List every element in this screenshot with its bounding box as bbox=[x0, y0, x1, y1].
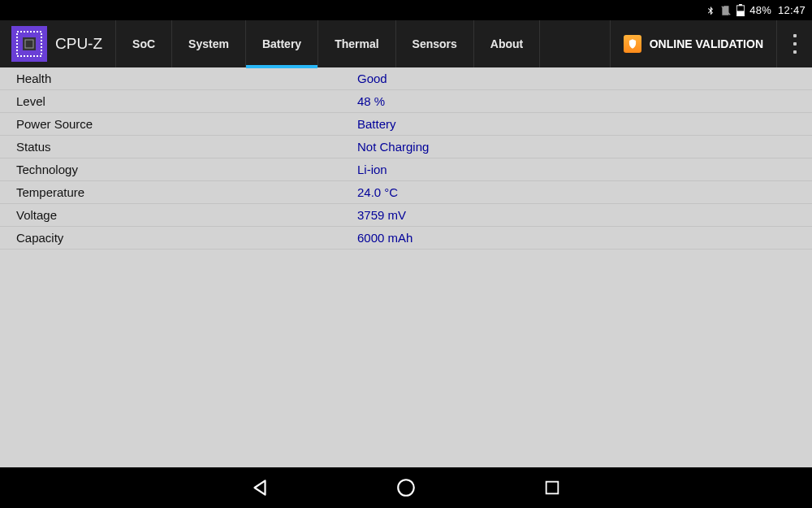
online-validation-button[interactable]: ONLINE VALIDATION bbox=[610, 20, 776, 67]
app-brand[interactable]: CPU-Z bbox=[0, 20, 116, 67]
status-clock: 12:47 bbox=[778, 4, 806, 16]
row-label: Level bbox=[16, 94, 357, 108]
row-label: Status bbox=[16, 140, 357, 154]
table-row: Capacity 6000 mAh bbox=[0, 227, 812, 250]
nav-home-button[interactable] bbox=[390, 471, 422, 504]
tab-label: SoC bbox=[132, 37, 155, 50]
row-value: 6000 mAh bbox=[357, 231, 412, 245]
table-row: Technology Li-ion bbox=[0, 158, 812, 181]
tab-thermal[interactable]: Thermal bbox=[318, 20, 395, 67]
row-value: 3759 mV bbox=[357, 208, 406, 222]
row-value: 24.0 °C bbox=[357, 185, 398, 199]
online-validation-label: ONLINE VALIDATION bbox=[650, 37, 763, 50]
back-triangle-icon bbox=[249, 477, 270, 498]
row-label: Technology bbox=[16, 163, 357, 176]
svg-rect-9 bbox=[546, 482, 559, 494]
tab-label: Thermal bbox=[335, 37, 378, 50]
tab-sensors[interactable]: Sensors bbox=[396, 20, 474, 67]
android-status-bar: 48% 12:47 bbox=[0, 0, 812, 20]
home-circle-icon bbox=[395, 477, 417, 498]
svg-point-8 bbox=[398, 480, 414, 496]
row-value: Li-ion bbox=[357, 163, 387, 176]
svg-rect-3 bbox=[737, 11, 745, 16]
row-label: Health bbox=[16, 72, 357, 85]
sd-card-icon bbox=[720, 5, 732, 16]
table-row: Level 48 % bbox=[0, 90, 812, 113]
bluetooth-icon bbox=[706, 4, 715, 17]
row-label: Power Source bbox=[16, 117, 357, 131]
app-icon bbox=[11, 26, 47, 62]
tab-label: Sensors bbox=[412, 37, 457, 50]
tab-label: About bbox=[490, 37, 523, 50]
more-vert-icon bbox=[793, 32, 797, 56]
table-row: Voltage 3759 mV bbox=[0, 204, 812, 227]
nav-back-button[interactable] bbox=[244, 471, 276, 504]
row-value: Battery bbox=[357, 117, 396, 131]
tab-system[interactable]: System bbox=[172, 20, 246, 67]
row-label: Temperature bbox=[16, 185, 357, 199]
row-value: Good bbox=[357, 72, 387, 85]
battery-info-list: Health Good Level 48 % Power Source Batt… bbox=[0, 67, 812, 467]
tab-label: System bbox=[188, 37, 229, 50]
tab-about[interactable]: About bbox=[474, 20, 540, 67]
battery-percent: 48% bbox=[749, 4, 771, 16]
tab-label: Battery bbox=[262, 37, 301, 50]
recent-square-icon bbox=[543, 479, 561, 497]
spacer bbox=[540, 20, 609, 67]
tab-battery[interactable]: Battery bbox=[246, 20, 318, 67]
validation-icon bbox=[624, 35, 641, 53]
row-label: Voltage bbox=[16, 208, 357, 222]
row-label: Capacity bbox=[16, 231, 357, 245]
table-row: Health Good bbox=[0, 67, 812, 90]
tab-bar: SoC System Battery Thermal Sensors About bbox=[116, 20, 540, 67]
table-row: Power Source Battery bbox=[0, 113, 812, 136]
overflow-menu[interactable] bbox=[776, 20, 812, 67]
row-value: 48 % bbox=[357, 94, 385, 108]
battery-icon bbox=[736, 4, 745, 16]
tab-soc[interactable]: SoC bbox=[116, 20, 172, 67]
svg-rect-6 bbox=[23, 37, 36, 50]
row-value: Not Charging bbox=[357, 140, 429, 154]
table-row: Status Not Charging bbox=[0, 136, 812, 158]
action-bar: CPU-Z SoC System Battery Thermal Sensors… bbox=[0, 20, 812, 67]
android-nav-bar bbox=[0, 467, 812, 508]
app-title: CPU-Z bbox=[55, 35, 102, 53]
table-row: Temperature 24.0 °C bbox=[0, 181, 812, 204]
nav-recent-button[interactable] bbox=[536, 471, 568, 504]
